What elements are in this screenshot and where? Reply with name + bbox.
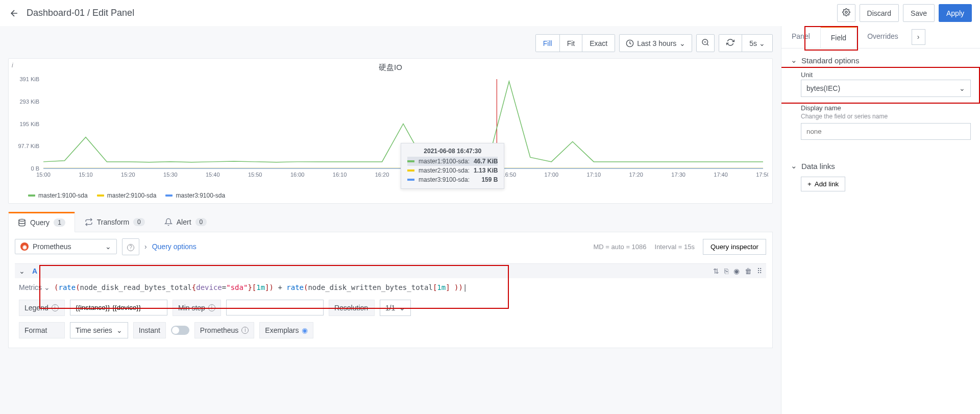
chart-tooltip: 2021-06-08 16:47:30 master1:9100-sda: 46… [401,143,504,189]
exact-button[interactable]: Exact [582,35,615,52]
datasource-name: Prometheus [33,242,71,251]
chevron-down-icon: ⌄ [105,242,111,251]
refresh-interval-select[interactable]: 5s ⌄ [742,35,772,52]
chevron-down-icon: ⌄ [44,283,50,291]
svg-text:15:00: 15:00 [36,172,51,178]
metrics-label[interactable]: Metrics ⌄ [19,283,50,291]
discard-button[interactable]: Discard [860,4,899,22]
minstep-input[interactable] [226,300,324,315]
legend-item[interactable]: master1:9100-sda [28,192,88,199]
copy-icon[interactable]: ⎘ [724,267,728,275]
svg-text:391 KiB: 391 KiB [19,77,39,82]
save-button[interactable]: Save [903,4,935,22]
resolution-select[interactable]: 1/1⌄ [380,300,411,316]
display-name-input[interactable] [801,123,971,140]
zoom-out-button[interactable] [696,34,715,52]
expand-sidebar-button[interactable]: › [912,29,925,45]
tab-field[interactable]: Field [820,26,857,48]
query-letter[interactable]: A [28,267,41,275]
promql-input[interactable]: (rate(node_disk_read_bytes_total{device=… [54,283,762,291]
chevron-down-icon: ⌄ [759,39,765,47]
fill-button[interactable]: Fill [536,35,560,52]
database-icon [18,218,26,227]
legend-item[interactable]: master3:9100-sda [165,192,225,199]
svg-text:15:30: 15:30 [163,172,178,178]
query-inspector-button[interactable]: Query inspector [703,239,766,255]
tooltip-series-name: master1:9100-sda: [419,158,470,165]
drag-handle-icon[interactable]: ⠿ [757,267,762,275]
svg-text:15:20: 15:20 [121,172,135,178]
tab-overrides[interactable]: Overrides [857,26,909,48]
legend-label: master1:9100-sda [38,192,88,199]
svg-text:15:40: 15:40 [206,172,220,178]
instant-toggle[interactable] [171,326,189,335]
legend-field-label: Legendi [19,300,65,316]
swatch-icon [407,160,414,162]
refresh-interval-label: 5s [749,39,757,47]
legend-input[interactable] [70,300,167,315]
chevron-down-icon: ⌄ [791,161,797,171]
format-select[interactable]: Time series⌄ [70,322,128,338]
move-icon[interactable]: ⇅ [713,267,719,275]
tab-panel[interactable]: Panel [781,26,820,48]
info-icon[interactable]: i [12,62,13,69]
side-tabs: Panel Field Overrides › [781,26,980,48]
tab-count: 1 [54,218,65,227]
eye-icon[interactable]: ◉ [733,267,740,275]
svg-text:15:10: 15:10 [79,172,93,178]
tab-transform[interactable]: Transform 0 [75,212,155,232]
eye-icon[interactable]: ◉ [302,326,308,334]
chart-panel: i 硬盘IO 0 B97.7 KiB195 KiB293 KiB391 KiB1… [8,58,773,204]
svg-line-3 [707,44,708,45]
breadcrumb: Dashboard-01 / Edit Panel [27,8,134,18]
add-link-button[interactable]: + Add link [801,177,845,191]
tab-count: 0 [133,218,145,226]
section-standard-options[interactable]: ⌄ Standard options [791,56,971,65]
tab-label: Transform [97,218,129,226]
trash-icon[interactable]: 🗑 [745,267,752,275]
svg-text:17:50: 17:50 [756,172,768,178]
legend-item[interactable]: master2:9100-sda [97,192,157,199]
query-md-info: MD = auto = 1086 [593,243,646,251]
svg-text:17:00: 17:00 [545,172,559,178]
svg-text:17:30: 17:30 [671,172,685,178]
tooltip-value: 46.7 KiB [474,158,498,165]
swatch-icon [28,194,35,197]
tooltip-value: 159 B [481,176,498,183]
datasource-select[interactable]: ◉ Prometheus ⌄ [15,239,117,254]
bell-icon [164,218,173,226]
tab-query[interactable]: Query 1 [8,212,75,232]
unit-value: bytes(IEC) [806,84,840,92]
info-icon[interactable]: i [241,327,249,334]
chevron-right-icon[interactable]: › [144,242,147,251]
unit-select[interactable]: bytes(IEC) ⌄ [801,80,971,97]
chart-plot[interactable]: 0 B97.7 KiB195 KiB293 KiB391 KiB15:0015:… [13,77,768,179]
tab-label: Query [30,218,50,227]
info-icon[interactable]: i [52,304,59,311]
datasource-help-button[interactable]: ? [122,238,139,255]
query-options-link[interactable]: Query options [152,242,197,251]
swatch-icon [407,179,414,181]
tab-label: Alert [177,218,191,226]
tab-alert[interactable]: Alert 0 [155,212,216,232]
settings-button[interactable] [837,4,855,22]
refresh-icon [726,38,734,46]
legend-label: master3:9100-sda [176,192,225,199]
prometheus-field-label: Prometheusi [194,322,254,338]
fit-button[interactable]: Fit [560,35,583,52]
back-arrow-icon[interactable] [8,7,20,19]
refresh-button[interactable] [719,35,742,52]
fill-mode-group: Fill Fit Exact [535,34,615,52]
resolution-field-label: Resolution [329,300,375,316]
time-range-picker[interactable]: Last 3 hours ⌄ [619,34,692,52]
svg-text:16:00: 16:00 [290,172,305,178]
query-tabs: Query 1 Transform 0 Alert 0 [8,212,773,232]
tooltip-row: master2:9100-sda: 1.13 KiB [407,166,498,175]
apply-button[interactable]: Apply [939,4,972,22]
info-icon[interactable]: i [208,304,215,311]
section-data-links[interactable]: ⌄ Data links [791,161,971,171]
display-name-label: Display name [801,104,971,112]
clock-icon [626,39,634,47]
chevron-down-icon[interactable]: ⌄ [19,267,25,275]
svg-point-0 [845,11,847,13]
